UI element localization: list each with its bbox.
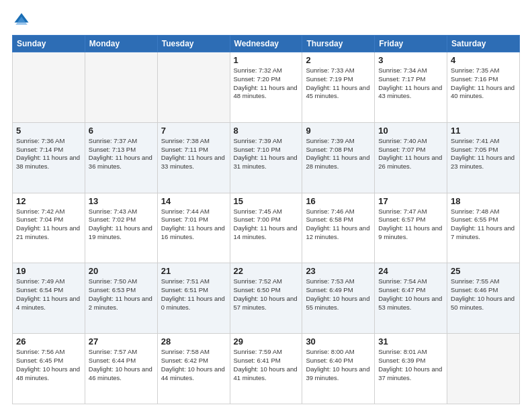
calendar-day-header: Tuesday xyxy=(157,36,230,52)
day-number: 22 xyxy=(234,266,299,276)
calendar-day-cell xyxy=(157,52,230,123)
day-info: Sunrise: 7:35 AM Sunset: 7:16 PM Dayligh… xyxy=(451,66,516,101)
calendar-day-cell: 17Sunrise: 7:47 AM Sunset: 6:57 PM Dayli… xyxy=(375,193,447,263)
logo-icon xyxy=(12,11,31,30)
calendar-week-row: 5Sunrise: 7:36 AM Sunset: 7:14 PM Daylig… xyxy=(13,122,520,193)
calendar-day-header: Thursday xyxy=(302,36,375,52)
day-number: 3 xyxy=(378,55,443,65)
day-number: 9 xyxy=(306,126,371,136)
day-info: Sunrise: 7:58 AM Sunset: 6:42 PM Dayligh… xyxy=(161,348,226,382)
calendar-day-cell xyxy=(13,52,85,123)
calendar-day-cell: 28Sunrise: 7:58 AM Sunset: 6:42 PM Dayli… xyxy=(157,334,230,404)
calendar-day-cell: 27Sunrise: 7:57 AM Sunset: 6:44 PM Dayli… xyxy=(85,334,157,404)
calendar-day-cell: 20Sunrise: 7:50 AM Sunset: 6:53 PM Dayli… xyxy=(85,263,157,334)
day-info: Sunrise: 7:33 AM Sunset: 7:19 PM Dayligh… xyxy=(306,66,371,101)
calendar-day-cell: 11Sunrise: 7:41 AM Sunset: 7:05 PM Dayli… xyxy=(447,122,520,193)
calendar-day-cell: 16Sunrise: 7:46 AM Sunset: 6:58 PM Dayli… xyxy=(302,193,375,263)
calendar-day-cell: 13Sunrise: 7:43 AM Sunset: 7:02 PM Dayli… xyxy=(85,193,157,263)
day-info: Sunrise: 7:34 AM Sunset: 7:17 PM Dayligh… xyxy=(378,66,443,101)
day-number: 18 xyxy=(451,196,516,206)
calendar-day-cell: 9Sunrise: 7:39 AM Sunset: 7:08 PM Daylig… xyxy=(302,122,375,193)
calendar-day-cell: 29Sunrise: 7:59 AM Sunset: 6:41 PM Dayli… xyxy=(230,334,302,404)
day-number: 14 xyxy=(161,196,226,206)
day-number: 28 xyxy=(161,336,226,347)
calendar-day-cell: 12Sunrise: 7:42 AM Sunset: 7:04 PM Dayli… xyxy=(13,193,85,263)
day-info: Sunrise: 7:42 AM Sunset: 7:04 PM Dayligh… xyxy=(16,208,81,242)
day-info: Sunrise: 7:53 AM Sunset: 6:49 PM Dayligh… xyxy=(306,277,371,312)
day-info: Sunrise: 7:49 AM Sunset: 6:54 PM Dayligh… xyxy=(16,277,81,312)
calendar-week-row: 19Sunrise: 7:49 AM Sunset: 6:54 PM Dayli… xyxy=(13,263,520,334)
day-number: 19 xyxy=(16,266,81,276)
logo xyxy=(12,11,34,30)
day-number: 31 xyxy=(378,336,443,347)
day-number: 20 xyxy=(89,266,154,276)
day-number: 4 xyxy=(451,55,516,65)
calendar-day-cell: 2Sunrise: 7:33 AM Sunset: 7:19 PM Daylig… xyxy=(302,52,375,123)
day-info: Sunrise: 8:00 AM Sunset: 6:40 PM Dayligh… xyxy=(306,348,371,382)
day-info: Sunrise: 7:52 AM Sunset: 6:50 PM Dayligh… xyxy=(234,277,299,312)
day-number: 29 xyxy=(234,336,299,347)
calendar-day-header: Sunday xyxy=(13,36,85,52)
day-number: 13 xyxy=(89,196,154,206)
day-info: Sunrise: 7:55 AM Sunset: 6:46 PM Dayligh… xyxy=(451,277,516,312)
day-info: Sunrise: 7:43 AM Sunset: 7:02 PM Dayligh… xyxy=(89,208,154,242)
calendar-day-cell: 1Sunrise: 7:32 AM Sunset: 7:20 PM Daylig… xyxy=(230,52,302,123)
day-info: Sunrise: 7:47 AM Sunset: 6:57 PM Dayligh… xyxy=(378,208,443,242)
calendar-day-cell: 26Sunrise: 7:56 AM Sunset: 6:45 PM Dayli… xyxy=(13,334,85,404)
day-info: Sunrise: 7:36 AM Sunset: 7:14 PM Dayligh… xyxy=(16,137,81,171)
calendar-day-header: Friday xyxy=(375,36,447,52)
calendar-week-row: 12Sunrise: 7:42 AM Sunset: 7:04 PM Dayli… xyxy=(13,193,520,263)
day-info: Sunrise: 7:51 AM Sunset: 6:51 PM Dayligh… xyxy=(161,277,226,312)
day-info: Sunrise: 7:37 AM Sunset: 7:13 PM Dayligh… xyxy=(89,137,154,171)
calendar-day-cell: 31Sunrise: 8:01 AM Sunset: 6:39 PM Dayli… xyxy=(375,334,447,404)
day-number: 5 xyxy=(16,126,81,136)
day-info: Sunrise: 8:01 AM Sunset: 6:39 PM Dayligh… xyxy=(378,348,443,382)
calendar-day-cell: 19Sunrise: 7:49 AM Sunset: 6:54 PM Dayli… xyxy=(13,263,85,334)
day-info: Sunrise: 7:39 AM Sunset: 7:08 PM Dayligh… xyxy=(306,137,371,171)
day-info: Sunrise: 7:32 AM Sunset: 7:20 PM Dayligh… xyxy=(234,66,299,101)
day-info: Sunrise: 7:54 AM Sunset: 6:47 PM Dayligh… xyxy=(378,277,443,312)
calendar-day-cell: 23Sunrise: 7:53 AM Sunset: 6:49 PM Dayli… xyxy=(302,263,375,334)
calendar-week-row: 1Sunrise: 7:32 AM Sunset: 7:20 PM Daylig… xyxy=(13,52,520,123)
day-number: 26 xyxy=(16,336,81,347)
day-info: Sunrise: 7:39 AM Sunset: 7:10 PM Dayligh… xyxy=(234,137,299,171)
calendar-day-cell: 22Sunrise: 7:52 AM Sunset: 6:50 PM Dayli… xyxy=(230,263,302,334)
calendar-day-cell xyxy=(447,334,520,404)
day-number: 8 xyxy=(234,126,299,136)
day-info: Sunrise: 7:50 AM Sunset: 6:53 PM Dayligh… xyxy=(89,277,154,312)
day-number: 11 xyxy=(451,126,516,136)
calendar-day-cell: 7Sunrise: 7:38 AM Sunset: 7:11 PM Daylig… xyxy=(157,122,230,193)
day-number: 12 xyxy=(16,196,81,206)
calendar-day-cell: 10Sunrise: 7:40 AM Sunset: 7:07 PM Dayli… xyxy=(375,122,447,193)
day-info: Sunrise: 7:48 AM Sunset: 6:55 PM Dayligh… xyxy=(451,208,516,242)
day-number: 17 xyxy=(378,196,443,206)
day-info: Sunrise: 7:59 AM Sunset: 6:41 PM Dayligh… xyxy=(234,348,299,382)
day-info: Sunrise: 7:44 AM Sunset: 7:01 PM Dayligh… xyxy=(161,208,226,242)
day-number: 21 xyxy=(161,266,226,276)
day-number: 30 xyxy=(306,336,371,347)
day-info: Sunrise: 7:57 AM Sunset: 6:44 PM Dayligh… xyxy=(89,348,154,382)
calendar-day-header: Wednesday xyxy=(230,36,302,52)
header xyxy=(12,11,520,30)
day-info: Sunrise: 7:56 AM Sunset: 6:45 PM Dayligh… xyxy=(16,348,81,382)
calendar-week-row: 26Sunrise: 7:56 AM Sunset: 6:45 PM Dayli… xyxy=(13,334,520,404)
calendar-day-cell: 21Sunrise: 7:51 AM Sunset: 6:51 PM Dayli… xyxy=(157,263,230,334)
day-info: Sunrise: 7:40 AM Sunset: 7:07 PM Dayligh… xyxy=(378,137,443,171)
calendar-day-header: Monday xyxy=(85,36,157,52)
calendar-day-cell: 6Sunrise: 7:37 AM Sunset: 7:13 PM Daylig… xyxy=(85,122,157,193)
calendar-day-cell: 14Sunrise: 7:44 AM Sunset: 7:01 PM Dayli… xyxy=(157,193,230,263)
day-info: Sunrise: 7:45 AM Sunset: 7:00 PM Dayligh… xyxy=(234,208,299,242)
calendar-header-row: SundayMondayTuesdayWednesdayThursdayFrid… xyxy=(13,36,520,52)
calendar-day-cell: 3Sunrise: 7:34 AM Sunset: 7:17 PM Daylig… xyxy=(375,52,447,123)
calendar-day-cell: 5Sunrise: 7:36 AM Sunset: 7:14 PM Daylig… xyxy=(13,122,85,193)
day-info: Sunrise: 7:41 AM Sunset: 7:05 PM Dayligh… xyxy=(451,137,516,171)
day-info: Sunrise: 7:38 AM Sunset: 7:11 PM Dayligh… xyxy=(161,137,226,171)
day-number: 23 xyxy=(306,266,371,276)
calendar-day-header: Saturday xyxy=(447,36,520,52)
day-number: 6 xyxy=(89,126,154,136)
calendar-day-cell: 24Sunrise: 7:54 AM Sunset: 6:47 PM Dayli… xyxy=(375,263,447,334)
day-info: Sunrise: 7:46 AM Sunset: 6:58 PM Dayligh… xyxy=(306,208,371,242)
day-number: 10 xyxy=(378,126,443,136)
calendar-day-cell: 30Sunrise: 8:00 AM Sunset: 6:40 PM Dayli… xyxy=(302,334,375,404)
page: SundayMondayTuesdayWednesdayThursdayFrid… xyxy=(0,0,532,411)
